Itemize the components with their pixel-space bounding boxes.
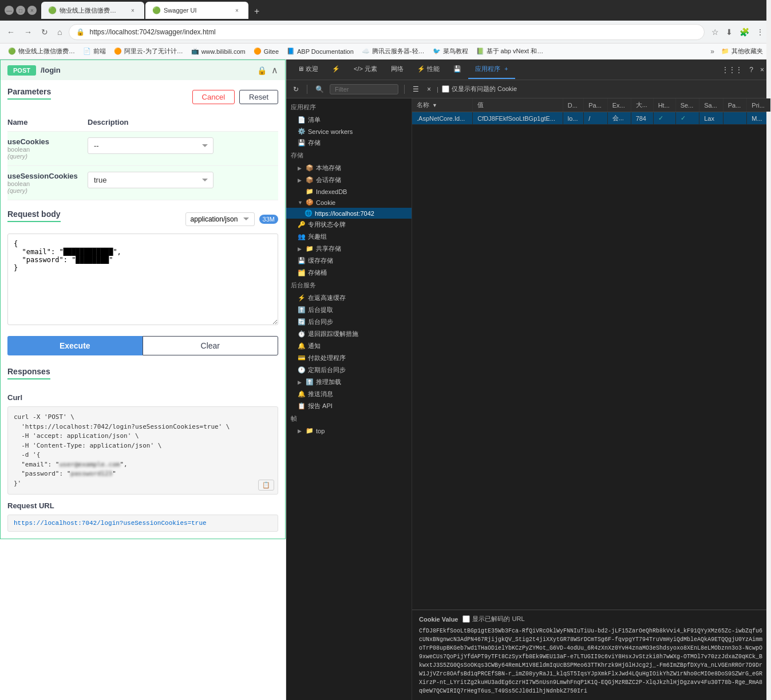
tab-favicon-1: 🟢 [48,6,56,14]
url-input[interactable] [89,28,697,36]
bookmark-8[interactable]: 🐦 菜鸟教程 [429,46,472,57]
tree-item-notifications[interactable]: 🔔 通知 [286,340,412,352]
bookmarks-more-button[interactable]: » [708,46,717,57]
bookmark-icon-1: 🟢 [8,48,16,55]
col-secure-header[interactable]: Se... [675,98,699,112]
bookmark-6[interactable]: 📘 ABP Documentation [283,46,357,56]
tree-item-speculative-load[interactable]: ▶ ⬆️ 推理加载 [286,376,412,388]
bookmark-1[interactable]: 🟢 物业线上微信缴费… [5,46,78,57]
col-samesite-header[interactable]: Sa... [699,98,723,112]
memory-icon: 💾 [453,65,461,72]
issues-only-label[interactable]: 仅显示有问题的 Cookie [442,85,517,93]
close-button[interactable]: × [27,6,37,15]
show-decoded-label[interactable]: 显示已解码的 URL [462,615,524,623]
bookmark-2[interactable]: 📄 前端 [80,46,109,57]
reset-button[interactable]: Reset [239,90,278,104]
filter-icon-button[interactable]: 🔍 [313,84,326,94]
cookie-filter-input[interactable] [330,84,398,94]
col-expires-header[interactable]: Ex... [607,98,631,112]
devtools-settings-button[interactable]: ⋮⋮⋮ [719,64,745,76]
tree-item-top-frame[interactable]: ▶ 📁 top [286,425,412,436]
tree-item-storage-buckets[interactable]: 🗂️ 存储桶 [286,267,412,279]
bookmark-3[interactable]: 🟠 阿里云-为了无计计… [110,46,187,57]
tree-item-cache-storage[interactable]: 💾 缓存存储 [286,255,412,267]
tab-application[interactable]: 应用程序 + [468,60,515,79]
show-decoded-checkbox[interactable] [462,615,470,623]
bookmark-button[interactable]: ☆ [709,25,721,39]
refresh-button[interactable]: ↻ [39,25,50,39]
extensions-button[interactable]: 🧩 [737,25,752,39]
group-by-button[interactable]: ☰ [410,84,421,94]
browser-tab-1[interactable]: 🟢 物业线上微信缴费… × [41,2,144,19]
tree-item-localstorage[interactable]: ▶ 📦 本地存储 [286,162,412,174]
browser-tab-swagger[interactable]: 🟢 Swagger UI × [145,2,248,19]
forward-button[interactable]: → [22,25,34,39]
bookmark-other[interactable]: 📁 其他收藏夹 [718,46,766,57]
col-value-header[interactable]: 值 [473,98,563,112]
tree-item-localhost[interactable]: 🌐 https://localhost:7042 [286,208,412,219]
tree-section-app: 应用程序 📄 清单 ⚙️ Service workers 💾 存储 [286,101,412,149]
home-button[interactable]: ⌂ [55,25,64,39]
issues-only-checkbox[interactable] [442,85,449,93]
tree-item-payment-handler[interactable]: 💳 付款处理程序 [286,352,412,364]
devtools-close-button[interactable]: × [758,64,766,76]
tab-close-1[interactable]: × [128,6,137,15]
tree-item-periodic-sync[interactable]: 🕐 定期后台同步 [286,364,412,376]
tab-memory[interactable]: 💾 [446,61,468,78]
copy-curl-button[interactable]: 📋 [258,480,274,491]
tree-item-back-highspeed[interactable]: ⚡ 在返高速缓存 [286,292,412,304]
tree-item-shared-storage[interactable]: ▶ 📁 共享存储 [286,243,412,255]
param-select-usesessioncookies[interactable]: -- true false [88,172,213,188]
tree-item-push-messaging[interactable]: 🔔 推送消息 [286,388,412,400]
col-path-header[interactable]: Pa... [584,98,608,112]
col-size-header[interactable]: 大... [631,98,653,112]
address-bar[interactable]: 🔒 [69,24,705,40]
bookmark-5[interactable]: 🟠 Gitee [250,46,282,56]
tab-source[interactable]: </> 元素 [347,60,384,79]
maximize-button[interactable]: □ [16,6,25,15]
new-tab-icon[interactable]: + [504,65,508,72]
new-tab-button[interactable]: + [250,4,264,19]
clear-filter-button[interactable]: × [425,84,433,94]
cancel-button[interactable]: Cancel [192,90,235,104]
tree-item-interest-groups[interactable]: 👥 兴趣组 [286,231,412,243]
tree-item-background-fetch[interactable]: ⬆️ 后台提取 [286,304,412,316]
download-button[interactable]: ⬇ [723,25,735,39]
tab-close-swagger[interactable]: × [232,6,242,15]
tree-item-background-sync[interactable]: 🔄 后台同步 [286,316,412,328]
clear-button[interactable]: Clear [143,336,279,355]
col-domain-header[interactable]: D... [563,98,583,112]
col-priority-header[interactable]: Pri... [747,98,771,112]
col-name-header[interactable]: 名称 ▼ [412,98,473,112]
execute-button[interactable]: Execute [7,336,143,355]
tree-item-cookie[interactable]: ▼ 🍪 Cookie [286,197,412,208]
col-httponly-header[interactable]: Ht... [653,98,675,112]
tab-network[interactable]: 网络 [384,60,410,79]
tree-item-dedicated-token[interactable]: 🔑 专用状态令牌 [286,219,412,231]
tab-elements[interactable]: 🖥 欢迎 [291,60,325,79]
bookmark-4[interactable]: 📺 www.bilibili.com [188,46,249,56]
backend-section-title: 后台服务 [286,279,412,292]
menu-button[interactable]: ⋮ [754,25,766,39]
bookmark-9[interactable]: 📗 基于 abp vNext 和… [473,46,547,57]
bookmark-7[interactable]: ☁️ 腾讯云服务器-轻… [358,46,428,57]
tree-item-indexeddb[interactable]: ▶ 📁 IndexedDB [286,186,412,197]
collapse-button[interactable]: ∧ [271,65,278,76]
tree-item-bounce-tracking[interactable]: ⏱️ 退回跟踪缓解措施 [286,328,412,340]
content-type-select[interactable]: application/json [185,212,255,226]
json-body-editor[interactable]: { "email": "████████████", "password": "… [7,234,278,325]
minimize-button[interactable]: — [5,6,14,15]
devtools-help-button[interactable]: ? [747,64,756,76]
cookie-row-aspnet[interactable]: .AspNetCore.Id... CfDJ8FEkfSooLtBGp1gtE.… [412,112,771,125]
tab-performance[interactable]: ⚡ 性能 [410,60,446,79]
tree-item-storage-info[interactable]: 💾 存储 [286,137,412,149]
back-button[interactable]: ← [5,25,17,39]
param-select-usecookies[interactable]: -- true false [88,137,213,154]
tree-item-sessionstorage[interactable]: ▶ 📦 会话存储 [286,174,412,186]
refresh-storage-button[interactable]: ↻ [291,84,301,94]
col-sameparty-header[interactable]: Pa... [723,98,747,112]
tab-console[interactable]: ⚡ [325,61,347,78]
tree-item-reporting-api[interactable]: 📋 报告 API [286,400,412,412]
tree-item-service-workers[interactable]: ⚙️ Service workers [286,126,412,137]
tree-item-manifest[interactable]: 📄 清单 [286,114,412,126]
